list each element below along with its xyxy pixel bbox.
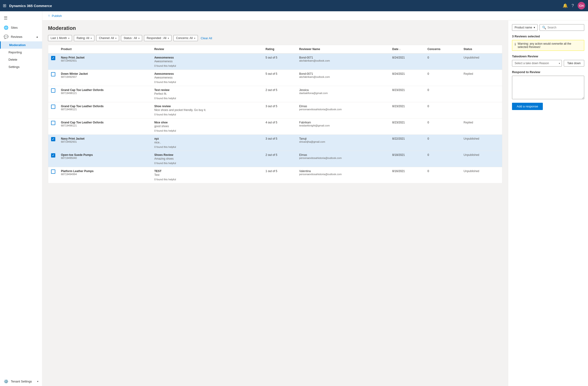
concerns-cell: 0 [425, 102, 461, 118]
info-icon: ℹ [515, 42, 516, 49]
channel-filter-label: Channel: All [99, 37, 114, 40]
product-name: Navy Print Jacket [61, 56, 149, 59]
row-checkbox-cell [48, 102, 58, 118]
warning-box: ℹ Warning: any action would overwrite al… [512, 40, 584, 51]
sidebar-item-delete[interactable]: Delete [0, 56, 42, 63]
sidebar-item-moderation[interactable]: Moderation [0, 41, 42, 49]
take-down-button[interactable]: Take down [564, 60, 584, 67]
row-checkbox-cell [48, 86, 58, 102]
product-cell: Down Winter Jacket 68719492937 [58, 70, 151, 86]
rating-cell: 2 out of 5 [263, 86, 296, 102]
rating-cell: 5 out of 5 [263, 53, 296, 70]
product-cell: Grand Cap Toe Leather Oxfords 6871949812… [58, 118, 151, 135]
status-badge: Unpublished [463, 153, 479, 156]
reviewer-name: Elmas [299, 153, 387, 156]
filters-bar: Last 1 Month ▾ Rating: All ▾ Channel: Al… [48, 35, 502, 41]
help-icon[interactable]: ? [571, 3, 574, 8]
col-date[interactable]: Date ↓ [389, 45, 425, 54]
product-id: 68719498121 [61, 92, 149, 95]
publish-button[interactable]: Publish [52, 14, 62, 18]
date-filter[interactable]: Last 1 Month ▾ [48, 35, 72, 41]
reviews-icon: 💬 [4, 35, 8, 39]
review-cell: Shoe review Nice shoes and pocket friend… [151, 102, 263, 118]
responded-filter[interactable]: Responded : All ▾ [144, 35, 171, 41]
status-filter[interactable]: Status : All ▾ [121, 35, 142, 41]
chevron-down-icon: ▾ [37, 380, 38, 383]
rating-cell: 3 out of 5 [263, 102, 296, 118]
status-filter-label: Status : All [124, 37, 137, 40]
rating-cell: 4 out of 5 [263, 118, 296, 135]
tenant-settings-label: Tenant Settings [11, 380, 32, 383]
sidebar-item-label: Sites [11, 26, 18, 29]
product-cell: Grand Cap Toe Leather Oxfords 6871949812… [58, 86, 151, 102]
row-checkbox[interactable] [51, 121, 55, 125]
sidebar-item-sites[interactable]: 🌐 Sites [0, 23, 42, 32]
review-cell: Awesomeness Awesomeness 0 found this hel… [151, 53, 263, 70]
rating-filter-label: Rating: All [77, 37, 89, 40]
right-panel: Product name ▾ 🔍 3 Reviews selected ℹ Wa… [508, 20, 588, 386]
reviewer-email: abcfabrikam@outlook.com [299, 76, 387, 78]
status-cell: Unpublished [461, 53, 502, 70]
review-body: Awesomeness [154, 60, 260, 63]
product-id: 68719494994 [61, 173, 149, 176]
row-checkbox[interactable] [51, 137, 55, 141]
status-badge: Replied [463, 121, 473, 124]
reviewer-name: Tanuji [299, 137, 387, 140]
sidebar-item-reviews[interactable]: 💬 Reviews ▲ [0, 32, 42, 41]
notification-icon[interactable]: 🔔 [563, 3, 568, 8]
row-checkbox[interactable] [51, 153, 55, 157]
product-name: Open-toe Suede Pumps [61, 153, 149, 156]
reviewer-email: abcfabrikam@outlook.com [299, 59, 387, 62]
sidebar-item-settings[interactable]: Settings [0, 63, 42, 71]
table-row: Navy Print Jacket 68719492931 xyz nice..… [48, 135, 502, 151]
row-checkbox[interactable] [51, 170, 55, 174]
sidebar-item-reporting[interactable]: Reporting [0, 49, 42, 56]
concerns-filter-label: Concerns: All [176, 37, 193, 40]
date-cell: 8/23/2021 [389, 118, 425, 135]
review-title: xyz [154, 137, 260, 140]
reviews-table: Product Review Rating Reviewer Name Date… [48, 45, 502, 183]
rating-filter[interactable]: Rating: All ▾ [74, 35, 94, 41]
concerns-cell: 0 [425, 70, 461, 86]
page-title: Moderation [48, 25, 502, 31]
review-title: Nice shoe [154, 121, 260, 124]
helpful-count: 0 found this helpful [154, 81, 260, 83]
status-cell [461, 86, 502, 102]
product-name: Down Winter Jacket [61, 72, 149, 76]
row-checkbox[interactable] [51, 105, 55, 109]
hamburger-button[interactable]: ☰ [0, 13, 42, 23]
review-cell: Test review Perfect fit. 0 found this he… [151, 86, 263, 102]
reviewer-cell: Bond-0071 abcfabrikam@outlook.com [296, 53, 389, 70]
takedown-select[interactable]: Select a take down Reason Spam Inappropr… [512, 60, 562, 67]
row-checkbox[interactable] [51, 56, 55, 60]
sidebar-item-tenant-settings[interactable]: ⚙️ Tenant Settings ▾ [0, 377, 42, 386]
takedown-row: Select a take down Reason Spam Inappropr… [512, 60, 584, 67]
product-name-select[interactable]: Product name ▾ [512, 24, 538, 31]
sort-arrow-icon: ↓ [399, 48, 400, 51]
date-cell: 8/24/2021 [389, 53, 425, 70]
concerns-filter[interactable]: Concerns: All ▾ [173, 35, 198, 41]
review-title: Shoe review [154, 105, 260, 108]
product-cell: Platform Leather Pumps 68719494994 [58, 167, 151, 183]
add-response-button[interactable]: Add a response [512, 103, 543, 110]
channel-filter[interactable]: Channel: All ▾ [96, 35, 119, 41]
reviewer-email: personaexitosahistoria@outlook.com [299, 108, 387, 111]
takedown-select-wrap: Select a take down Reason Spam Inappropr… [512, 60, 562, 67]
concerns-cell: 0 [425, 86, 461, 102]
row-checkbox[interactable] [51, 72, 55, 77]
avatar[interactable]: CH [578, 2, 585, 9]
table-row: Grand Cap Toe Leather Oxfords 6871949812… [48, 86, 502, 102]
reviewer-email: shivanijha@gmail.com [299, 140, 387, 143]
clear-all-button[interactable]: Clear All [201, 37, 212, 40]
reviewer-cell: Bond-0071 abcfabrikam@outlook.com [296, 70, 389, 86]
respond-textarea[interactable] [512, 76, 584, 99]
reviewer-cell: Elmas personaexitosahistoria@outlook.com [296, 151, 389, 167]
row-checkbox[interactable] [51, 88, 55, 93]
moderation-label: Moderation [9, 43, 26, 47]
review-body: good shoes [154, 125, 260, 128]
table-row: Navy Print Jacket 68719492931 Awesomenes… [48, 53, 502, 70]
grid-icon[interactable]: ⊞ [3, 3, 6, 8]
chevron-down-icon: ▾ [138, 37, 140, 39]
warning-text: Warning: any action would overwrite all … [518, 42, 582, 49]
search-input[interactable] [547, 26, 582, 29]
